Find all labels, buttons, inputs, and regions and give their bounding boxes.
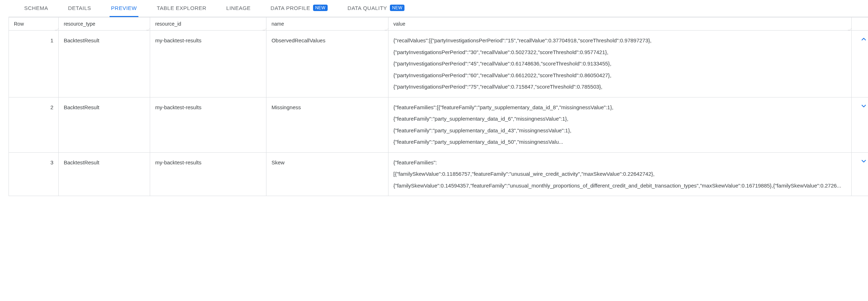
- row-number: 1: [9, 31, 59, 97]
- chevron-up-icon: [860, 38, 867, 44]
- column-header-expand: [851, 17, 868, 31]
- new-badge: NEW: [313, 5, 328, 11]
- expand-toggle[interactable]: [851, 31, 868, 97]
- value-line: {"partyInvestigationsPerPeriod":"75","re…: [393, 82, 846, 92]
- value-line: {"featureFamily":"party_supplementary_da…: [393, 137, 846, 147]
- value-line: {"partyInvestigationsPerPeriod":"45","re…: [393, 59, 846, 69]
- value-line: {"partyInvestigationsPerPeriod":"30","re…: [393, 47, 846, 58]
- cell-resource-type: BacktestResult: [59, 31, 150, 97]
- cell-resource-type: BacktestResult: [59, 152, 150, 196]
- chevron-down-icon: [860, 160, 867, 166]
- row-number: 3: [9, 152, 59, 196]
- table-row: 2BacktestResultmy-backtest-resultsMissin…: [9, 97, 868, 152]
- column-header-row[interactable]: Row: [9, 17, 59, 31]
- preview-table: Rowresource_typeresource_idnamevalue 1Ba…: [9, 17, 868, 196]
- tab-label: PREVIEW: [111, 5, 137, 11]
- column-header-resource_id[interactable]: resource_id: [150, 17, 266, 31]
- table-row: 3BacktestResultmy-backtest-resultsSkew{"…: [9, 152, 868, 196]
- tab-table-explorer[interactable]: TABLE EXPLORER: [155, 0, 208, 17]
- value-line: {"familySkewValue":0.14594357,"featureFa…: [393, 181, 846, 191]
- tab-preview[interactable]: PREVIEW: [110, 0, 138, 17]
- cell-resource-id: my-backtest-results: [150, 152, 266, 196]
- column-header-label: resource_id: [155, 21, 181, 27]
- chevron-down-icon: [860, 105, 867, 111]
- tab-lineage[interactable]: LINEAGE: [225, 0, 252, 17]
- cell-name: Skew: [266, 152, 388, 196]
- column-header-label: name: [271, 21, 284, 27]
- tab-schema[interactable]: SCHEMA: [23, 0, 49, 17]
- tab-label: SCHEMA: [24, 5, 48, 11]
- expand-toggle[interactable]: [851, 152, 868, 196]
- cell-name: ObservedRecallValues: [266, 31, 388, 97]
- tab-bar: SCHEMADETAILSPREVIEWTABLE EXPLORERLINEAG…: [9, 0, 868, 17]
- value-line: {"featureFamilies":: [393, 158, 846, 168]
- cell-value: {"featureFamilies":[{"familySkewValue":0…: [388, 152, 851, 196]
- tab-data-quality[interactable]: DATA QUALITYNEW: [346, 0, 406, 17]
- value-line: {"featureFamily":"party_supplementary_da…: [393, 114, 846, 124]
- tab-label: DATA QUALITY: [348, 5, 387, 11]
- value-line: {"recallValues":[{"partyInvestigationsPe…: [393, 36, 846, 46]
- cell-resource-id: my-backtest-results: [150, 31, 266, 97]
- column-header-value[interactable]: value: [388, 17, 851, 31]
- column-header-label: resource_type: [64, 21, 95, 27]
- expand-toggle[interactable]: [851, 97, 868, 152]
- tab-details[interactable]: DETAILS: [67, 0, 92, 17]
- column-header-label: value: [393, 21, 405, 27]
- column-header-resource_type[interactable]: resource_type: [59, 17, 150, 31]
- table-row: 1BacktestResultmy-backtest-resultsObserv…: [9, 31, 868, 97]
- tab-label: DETAILS: [68, 5, 91, 11]
- tab-label: DATA PROFILE: [271, 5, 310, 11]
- cell-value: {"featureFamilies":[{"featureFamily":"pa…: [388, 97, 851, 152]
- row-number: 2: [9, 97, 59, 152]
- column-header-name[interactable]: name: [266, 17, 388, 31]
- value-line: [{"familySkewValue":0.11856757,"featureF…: [393, 169, 846, 179]
- cell-resource-id: my-backtest-results: [150, 97, 266, 152]
- tab-data-profile[interactable]: DATA PROFILENEW: [269, 0, 329, 17]
- cell-name: Missingness: [266, 97, 388, 152]
- value-line: {"featureFamilies":[{"featureFamily":"pa…: [393, 102, 846, 113]
- value-line: {"featureFamily":"party_supplementary_da…: [393, 126, 846, 136]
- column-header-label: Row: [14, 21, 24, 27]
- tab-label: TABLE EXPLORER: [157, 5, 206, 11]
- cell-resource-type: BacktestResult: [59, 97, 150, 152]
- new-badge: NEW: [390, 5, 404, 11]
- cell-value: {"recallValues":[{"partyInvestigationsPe…: [388, 31, 851, 97]
- value-line: {"partyInvestigationsPerPeriod":"60","re…: [393, 70, 846, 81]
- tab-label: LINEAGE: [226, 5, 251, 11]
